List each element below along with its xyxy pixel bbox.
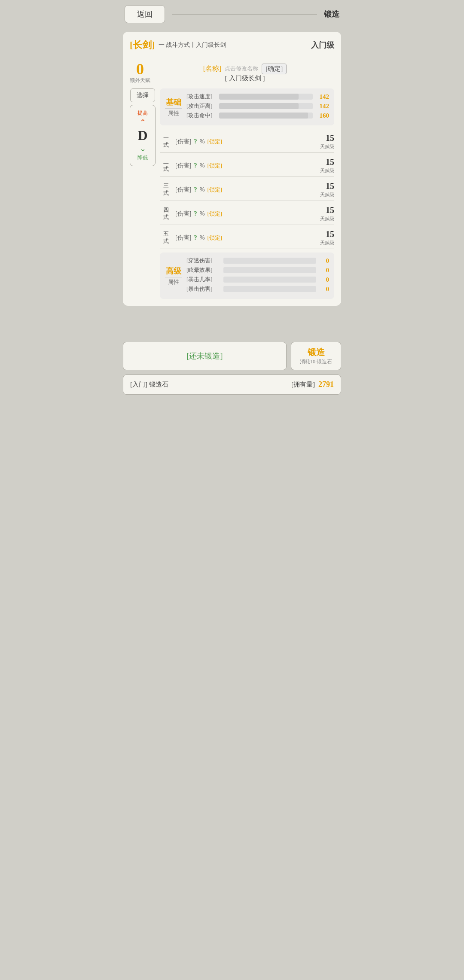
stat-row-attack-hit: [攻击命中] 160	[186, 112, 329, 119]
forge-btn-sub: 消耗10 锻造石	[300, 358, 332, 365]
skill-grade-num-3: 15	[312, 181, 334, 191]
adv-val-crit-dmg: 0	[319, 286, 329, 293]
adv-bar-stun	[223, 267, 316, 273]
top-bar: 返回 锻造	[116, 0, 348, 28]
skill-row-3: 三式 [伤害] ? % [锁定] 15 天赋级	[160, 177, 334, 201]
name-value: 入门级长剑	[229, 74, 261, 82]
stat-row-attack-range: [攻击距离] 142	[186, 102, 329, 110]
adv-bar-crit-rate	[223, 277, 316, 283]
up-button[interactable]: ⌃	[140, 119, 146, 126]
skill-section: 一式 [伤害] ? % [锁定] 15 天赋级 二式 [伤害]	[160, 129, 334, 249]
skill-lock-5[interactable]: [锁定]	[208, 234, 223, 242]
talent-name-row: 0 额外天赋 [名称] 点击修改名称 [确定] [ 入门级长剑 ]	[130, 61, 334, 84]
stat-val-attack-hit: 160	[315, 112, 329, 119]
skill-grade-2: 15 天赋级	[312, 157, 334, 174]
skill-lock-1[interactable]: [锁定]	[208, 138, 223, 146]
skill-dmg-3: [伤害]	[175, 186, 191, 194]
main-card: [长剑] 一 战斗方式丨入门级长剑 入门级 0 额外天赋 [名称] 点击修改名称…	[123, 32, 341, 306]
skill-q-3: ?	[194, 186, 197, 193]
skill-grade-sub-2: 天赋级	[320, 168, 334, 173]
stat-bar-attack-range	[219, 103, 313, 109]
basic-label-text: 基础	[166, 97, 181, 107]
stone-count-value: 2791	[318, 380, 334, 389]
skill-lock-3[interactable]: [锁定]	[208, 186, 223, 194]
skill-grade-num-5: 15	[312, 229, 334, 239]
skill-lock-4[interactable]: [锁定]	[208, 210, 223, 218]
skill-grade-num-2: 15	[312, 157, 334, 167]
skill-lock-2[interactable]: [锁定]	[208, 162, 223, 170]
skill-row-5: 五式 [伤害] ? % [锁定] 15 天赋级	[160, 225, 334, 249]
grade-letter: D	[137, 128, 147, 143]
skill-dmg-5: [伤害]	[175, 234, 191, 242]
right-content: 基础 属性 [攻击速度] 142 [攻击距离]	[160, 88, 334, 299]
adv-stats-rows: [穿透伤害] 0 [眩晕效果] 0 [暴击几率] 0	[186, 257, 329, 295]
skill-grade-sub-1: 天赋级	[320, 144, 334, 149]
skill-grade-4: 15 天赋级	[312, 205, 334, 222]
adv-bar-crit-dmg	[223, 286, 316, 292]
basic-card-label: 基础 属性	[165, 93, 182, 121]
skill-pct-5: %	[200, 234, 205, 241]
skill-grade-sub-5: 天赋级	[320, 240, 334, 245]
name-bracket-label: [名称]	[203, 64, 222, 73]
adv-name-pierce: [穿透伤害]	[186, 257, 221, 265]
forge-status: [还未锻造]	[123, 342, 287, 370]
forge-button[interactable]: 锻造 消耗10 锻造石	[291, 342, 341, 370]
skill-info-2: [伤害] ? % [锁定]	[175, 162, 308, 170]
select-button[interactable]: 选择	[130, 88, 155, 102]
skill-num-1: 一式	[160, 134, 172, 149]
stone-row: [入门] 锻造石 [拥有量] 2791	[123, 374, 341, 395]
name-bracket-close: ]	[263, 75, 265, 82]
skill-grade-1: 15 天赋级	[312, 133, 334, 150]
name-bracket-open: [	[225, 75, 227, 82]
skill-grade-sub-4: 天赋级	[320, 216, 334, 221]
stat-name-attack-range: [攻击距离]	[186, 102, 217, 110]
adv-bar-pierce	[223, 258, 316, 264]
weapon-header: [长剑] 一 战斗方式丨入门级长剑 入门级	[130, 39, 334, 56]
skill-dmg-2: [伤害]	[175, 162, 191, 170]
body-section: 选择 提高 ⌃ D ⌄ 降低 基础 属性 [	[130, 88, 334, 299]
skill-dmg-4: [伤害]	[175, 210, 191, 218]
stone-label: [入门] 锻造石	[130, 380, 168, 389]
adv-row-pierce: [穿透伤害] 0	[186, 257, 329, 265]
skill-grade-3: 15 天赋级	[312, 181, 334, 198]
adv-name-crit-dmg: [暴击伤害]	[186, 285, 221, 293]
weapon-name: [长剑]	[130, 39, 155, 52]
skill-num-3: 三式	[160, 183, 172, 197]
stat-row-attack-speed: [攻击速度] 142	[186, 93, 329, 100]
skill-q-1: ?	[194, 138, 197, 145]
basic-label-sub: 属性	[165, 108, 182, 117]
top-bar-divider	[172, 14, 317, 15]
skill-info-1: [伤害] ? % [锁定]	[175, 138, 308, 146]
forge-row: [还未锻造] 锻造 消耗10 锻造石	[123, 342, 341, 370]
name-value-row: [ 入门级长剑 ]	[225, 74, 265, 82]
page-title: 锻造	[324, 9, 339, 19]
talent-section: 0 额外天赋	[130, 61, 150, 84]
talent-label: 额外天赋	[130, 77, 150, 84]
skill-grade-num-1: 15	[312, 133, 334, 143]
down-button[interactable]: ⌄	[140, 145, 146, 152]
name-click-hint: 点击修改名称	[225, 65, 258, 73]
left-controls: 选择 提高 ⌃ D ⌄ 降低	[130, 88, 156, 299]
skill-q-4: ?	[194, 210, 197, 217]
stat-name-attack-hit: [攻击命中]	[186, 112, 217, 119]
stat-name-attack-speed: [攻击速度]	[186, 93, 217, 100]
skill-q-5: ?	[194, 234, 197, 241]
basic-stats-card: 基础 属性 [攻击速度] 142 [攻击距离]	[160, 88, 334, 125]
skill-grade-num-4: 15	[312, 205, 334, 215]
back-button[interactable]: 返回	[125, 5, 165, 23]
confirm-button[interactable]: [确定]	[262, 64, 287, 74]
stat-bar-attack-hit	[219, 113, 313, 119]
weapon-title-left: [长剑] 一 战斗方式丨入门级长剑	[130, 39, 226, 52]
skill-pct-1: %	[200, 138, 205, 145]
skill-grade-5: 15 天赋级	[312, 229, 334, 246]
adv-label-sub: 属性	[165, 277, 182, 286]
forge-btn-label: 锻造	[308, 347, 325, 358]
skill-dmg-1: [伤害]	[175, 138, 191, 146]
skill-row-4: 四式 [伤害] ? % [锁定] 15 天赋级	[160, 201, 334, 225]
down-label: 降低	[137, 154, 148, 161]
skill-num-5: 五式	[160, 231, 172, 245]
talent-number: 0	[136, 61, 144, 77]
advanced-stats-card: 高级 属性 [穿透伤害] 0 [眩晕效果] 0	[160, 253, 334, 299]
skill-info-5: [伤害] ? % [锁定]	[175, 234, 308, 242]
skill-row-1: 一式 [伤害] ? % [锁定] 15 天赋级	[160, 129, 334, 153]
